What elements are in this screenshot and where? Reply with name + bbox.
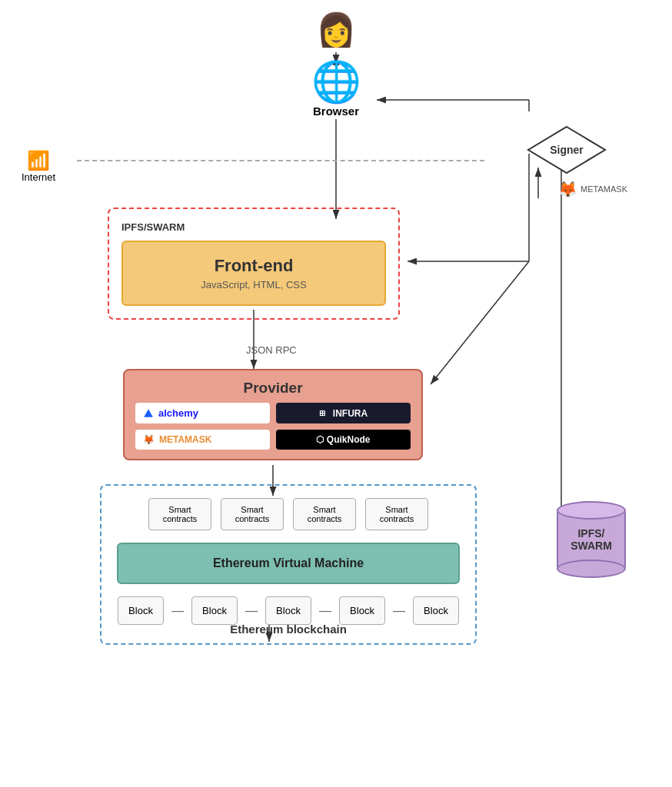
block-connector-2: — <box>245 604 258 618</box>
signer-diamond-container: Signer <box>524 123 609 180</box>
alchemy-text: alchemy <box>158 407 198 419</box>
ipfs-swarm-title: IPFS/SWARM <box>121 221 386 233</box>
infura-symbol: ⊞ <box>319 409 325 417</box>
evm-box: Ethereum Virtual Machine <box>117 543 460 584</box>
ipfs-swarm-storage-text: IPFS/ SWARM <box>564 527 618 552</box>
internet-dashed-line <box>77 160 484 161</box>
smart-contract-1: Smart contracts <box>148 498 211 530</box>
block-connector-4: — <box>393 604 405 618</box>
svg-marker-20 <box>144 409 153 417</box>
frontend-title: Front-end <box>138 256 369 276</box>
metamask-text: METAMASK <box>581 184 627 194</box>
metamask-fox-icon: 🦊 <box>558 180 577 198</box>
block-1: Block <box>118 596 164 625</box>
metamask-provider-fox-icon: 🦊 <box>143 434 155 445</box>
provider-box: Provider alchemy ⊞ INFURA 🦊 METAMASK ⬡ Q… <box>123 369 423 460</box>
cylinder-shape: IPFS/ SWARM <box>557 507 626 572</box>
metamask-provider-text: METAMASK <box>159 434 211 445</box>
frontend-box: Front-end JavaScript, HTML, CSS <box>121 241 386 306</box>
ipfs-swarm-storage: IPFS/ SWARM <box>557 507 626 572</box>
smart-contract-2: Smart contracts <box>221 498 284 530</box>
smart-contract-4: Smart contracts <box>365 498 428 530</box>
ethereum-blockchain-title: Ethereum blockchain <box>101 623 475 636</box>
browser-label: Browser <box>311 105 361 118</box>
frontend-subtitle: JavaScript, HTML, CSS <box>138 279 369 291</box>
browser-globe-icon: 🌐 <box>311 61 361 101</box>
architecture-diagram: 👩 🌐 Browser 📶 Internet Signer 🦊 METAMASK… <box>0 0 672 787</box>
signer-diamond-svg: Signer <box>524 123 609 177</box>
block-2: Block <box>191 596 238 625</box>
svg-line-12 <box>431 261 529 384</box>
ipfs-swarm-section: IPFS/SWARM Front-end JavaScript, HTML, C… <box>108 208 400 320</box>
block-3: Block <box>265 596 311 625</box>
quiknode-logo: ⬡ QuikNode <box>276 430 411 450</box>
smart-contracts-row: Smart contracts Smart contracts Smart co… <box>117 498 460 530</box>
quiknode-text: ⬡ QuikNode <box>316 434 370 445</box>
provider-logos: alchemy ⊞ INFURA 🦊 METAMASK ⬡ QuikNode <box>135 403 411 450</box>
ethereum-blockchain-box: Smart contracts Smart contracts Smart co… <box>100 484 477 645</box>
provider-title: Provider <box>135 380 411 397</box>
blocks-row: Block — Block — Block — Block — Block <box>117 596 460 625</box>
internet-label: Internet <box>22 171 55 183</box>
browser-box: 🌐 Browser <box>311 61 361 118</box>
metamask-signer-label: 🦊 METAMASK <box>558 180 627 198</box>
wifi-icon: 📶 <box>22 150 55 171</box>
internet-box: 📶 Internet <box>22 150 55 183</box>
block-connector-1: — <box>171 604 184 618</box>
block-4: Block <box>339 596 385 625</box>
alchemy-icon <box>143 408 154 419</box>
signer-text: Signer <box>550 144 584 156</box>
json-rpc-label: JSON RPC <box>246 344 297 356</box>
infura-logo: ⊞ INFURA <box>276 403 411 423</box>
metamask-provider-logo: 🦊 METAMASK <box>135 430 270 450</box>
block-5: Block <box>413 596 459 625</box>
infura-text: INFURA <box>333 408 368 419</box>
alchemy-logo: alchemy <box>135 403 270 423</box>
user-emoji: 👩 <box>316 14 356 46</box>
block-connector-3: — <box>319 604 331 618</box>
smart-contract-3: Smart contracts <box>293 498 356 530</box>
